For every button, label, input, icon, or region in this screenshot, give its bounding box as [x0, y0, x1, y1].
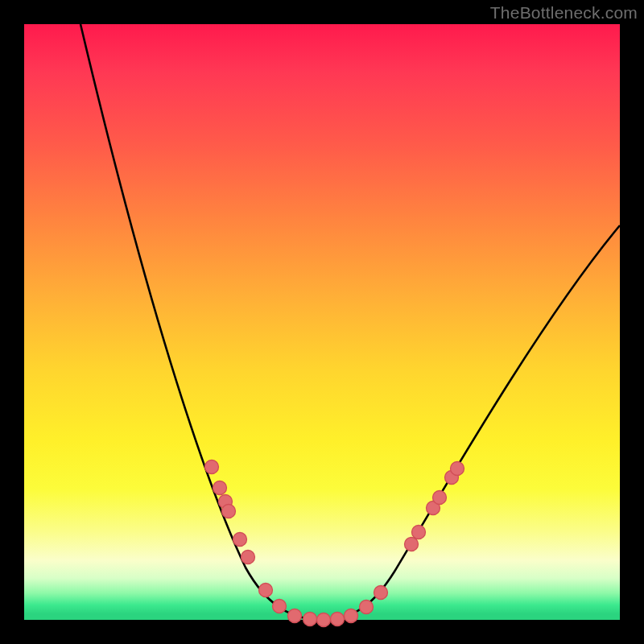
data-marker: [259, 584, 273, 597]
data-marker: [317, 613, 331, 627]
curve-layer: [80, 24, 620, 620]
data-marker: [331, 613, 345, 626]
chart-frame: TheBottleneck.com: [0, 0, 644, 644]
data-marker: [233, 533, 247, 547]
chart-svg: [24, 24, 620, 620]
data-marker: [213, 481, 227, 495]
data-marker: [345, 609, 358, 623]
watermark-text: TheBottleneck.com: [490, 3, 638, 23]
data-marker: [412, 526, 426, 539]
bottleneck-curve: [80, 24, 620, 620]
data-marker: [433, 491, 447, 505]
data-marker: [288, 609, 302, 623]
plot-area: [24, 24, 620, 620]
data-marker: [273, 600, 287, 613]
data-marker: [374, 586, 388, 600]
marker-layer: [205, 460, 464, 627]
data-marker: [451, 462, 464, 476]
data-marker: [242, 551, 255, 564]
data-marker: [222, 505, 236, 518]
data-marker: [405, 538, 419, 551]
data-marker: [303, 613, 317, 626]
data-marker: [205, 460, 219, 474]
data-marker: [360, 601, 374, 614]
